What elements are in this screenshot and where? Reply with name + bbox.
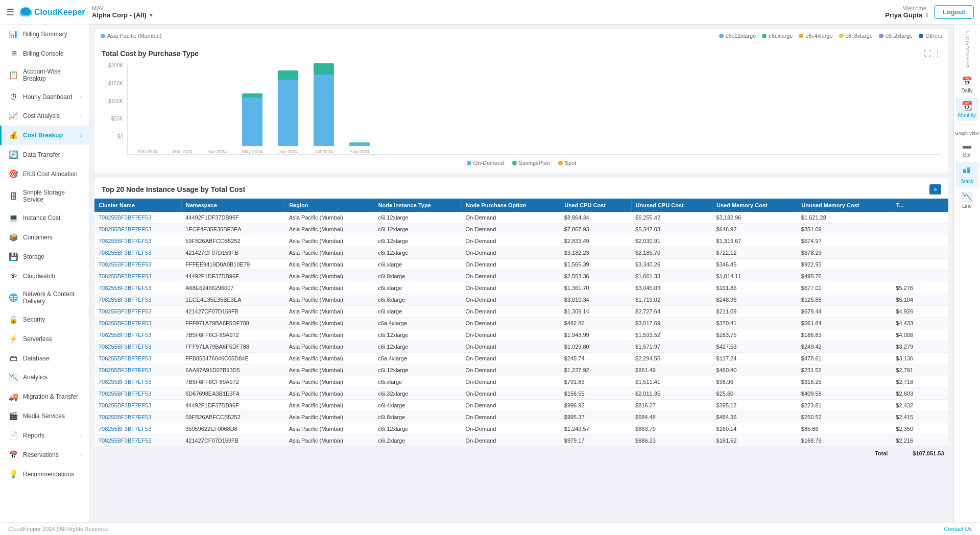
table-cell: $979.17 — [560, 435, 631, 447]
cloudkeeper-logo: CloudKeeper — [18, 5, 85, 19]
table-cell: Asia Pacific (Mumbai) — [285, 353, 374, 364]
sidebar-item-reports[interactable]: 📄 Reports › — [0, 426, 89, 445]
table-cell: On-Demand — [461, 271, 560, 282]
nav-context-sub[interactable]: Alpha Corp - (All) ▼ — [92, 11, 154, 19]
table-footer: Total$107,051.53 — [94, 447, 948, 460]
table-cell: 44492F1DF37DB96F — [181, 271, 284, 282]
sidebar-icon-recommendations: 💡 — [9, 470, 18, 479]
sidebar-item-recommendations[interactable]: 💡 Recommendations — [0, 465, 89, 484]
sidebar-item-analytics[interactable]: 📉 Analytics — [0, 368, 89, 387]
bar-group: Jul-2024 — [314, 63, 334, 154]
sidebar-item-cost-breakup[interactable]: 💰 Cost Breakup › — [0, 126, 89, 145]
daily-granularity-button[interactable]: 📅 Daily — [956, 73, 978, 96]
fullscreen-button[interactable]: ⛶ — [924, 50, 931, 58]
bar-stack — [349, 142, 370, 146]
sidebar-item-eks-cost-allocation[interactable]: 🎯 EKS Cost Allocation — [0, 164, 89, 184]
hamburger-menu[interactable]: ☰ — [6, 7, 14, 18]
line-label: Line — [962, 203, 972, 209]
sidebar-item-network-content-delivery[interactable]: 🌐 Network & Content Delivery — [0, 285, 89, 310]
table-column-header: T... — [892, 199, 948, 212]
table-cell: $3,010.34 — [560, 294, 631, 306]
table-cell: $478.61 — [797, 353, 892, 364]
sidebar-item-hourly-dashboard[interactable]: ⏱ Hourly Dashboard › — [0, 87, 89, 106]
chart-legend-item: SavingsPlan — [512, 160, 550, 166]
sidebar-item-database[interactable]: 🗃 Database — [0, 349, 89, 368]
sidebar-item-reservations[interactable]: 📅 Reservations › — [0, 445, 89, 465]
sidebar-item-security[interactable]: 🔒 Security — [0, 310, 89, 329]
footer-copyright: CloudKeeper 2024 | All Rights Reserved — [8, 526, 109, 532]
table-cell: 421427CF07D159FB — [181, 435, 284, 447]
top-right-legend-item: c6i.2xlarge — [879, 33, 913, 39]
sidebar-icon-database: 🗃 — [9, 354, 18, 362]
table-cell: $2,718 — [892, 376, 948, 388]
sidebar-item-billing-summary[interactable]: 📊 Billing Summary — [0, 25, 89, 44]
table-cell: On-Demand — [461, 411, 560, 423]
table-cell: On-Demand — [461, 341, 560, 353]
sidebar-icon-analytics: 📉 — [9, 373, 18, 382]
monthly-granularity-button[interactable]: 📆 Monthly — [956, 98, 978, 121]
table-scroll[interactable]: Cluster NameNamespaceRegionNode Instance… — [94, 199, 948, 460]
table-column-header: Unused CPU Cost — [631, 199, 712, 212]
table-cell: $2,833.49 — [560, 235, 631, 247]
sidebar-item-cost-analysis[interactable]: 📈 Cost Analysis › — [0, 106, 89, 126]
table-cell: $684.48 — [631, 411, 712, 423]
context-chevron-icon: ▼ — [149, 12, 154, 18]
table-cell: On-Demand — [461, 212, 560, 224]
contact-us-link[interactable]: Contact Us — [944, 526, 972, 532]
table-cell: Asia Pacific (Mumbai) — [285, 259, 374, 271]
table-cell: $1,565.39 — [560, 259, 631, 271]
stack-chart-icon — [962, 165, 972, 178]
table-cell — [892, 271, 948, 282]
sidebar-item-instance-cost[interactable]: 💻 Instance Cost — [0, 208, 89, 228]
table-cell: 7B5F6FF6CF89A972 — [181, 376, 284, 388]
table-cell: $4,433 — [892, 318, 948, 329]
logout-button[interactable]: Logout — [934, 5, 974, 19]
more-options-button[interactable]: ⋮ — [934, 50, 941, 58]
table-cell: $3,017.69 — [631, 318, 712, 329]
sidebar-item-billing-console[interactable]: 🖥 Billing Console — [0, 44, 89, 63]
sidebar-icon-account-wise-breakup: 📋 — [9, 70, 18, 80]
sidebar-icon-eks-cost-allocation: 🎯 — [9, 169, 18, 179]
table-cell: $231.52 — [797, 364, 892, 376]
sidebar-item-storage[interactable]: 💾 Storage — [0, 247, 89, 266]
table-cell: $2,553.36 — [560, 271, 631, 282]
sidebar-label-eks-cost-allocation: EKS Cost Allocation — [23, 171, 82, 178]
sidebar-item-media-services[interactable]: 🎬 Media Services — [0, 406, 89, 426]
table-cell: $2,216 — [892, 435, 948, 447]
table-cell: $495.76 — [797, 271, 892, 282]
sidebar-icon-network-content-delivery: 🌐 — [9, 293, 18, 302]
bar-x-label: May-2024 — [242, 149, 262, 154]
table-cell: Asia Pacific (Mumbai) — [285, 364, 374, 376]
table-cell: $2,011.35 — [631, 388, 712, 400]
table-cell: c6i.xlarge — [374, 376, 461, 388]
sidebar-item-simple-storage-service[interactable]: 🗄 Simple Storage Service — [0, 184, 89, 208]
stack-icon-svg — [962, 165, 972, 175]
sidebar-icon-hourly-dashboard: ⏱ — [9, 92, 18, 101]
table-cell: 44492F1DF37DB96F — [181, 212, 284, 224]
chart-content: Feb-2024Mar-2024Apr-2024 May-2024 Jun-20… — [127, 63, 941, 155]
expand-table-button[interactable]: » — [929, 184, 941, 194]
table-cell: $922.93 — [797, 259, 892, 271]
bar-x-label: Apr-2024 — [208, 149, 227, 154]
table-cell: c6i.12xlarge — [374, 341, 461, 353]
sidebar-item-cloudwatch[interactable]: 👁 Cloudwatch — [0, 266, 89, 285]
cluster-name-cell: 708255BF3BF7EF53 — [94, 235, 181, 247]
sidebar-item-migration-transfer[interactable]: 🚚 Migration & Transfer — [0, 387, 89, 406]
line-chart-button[interactable]: 📉 Line — [956, 188, 978, 212]
stack-chart-button[interactable]: Stack — [956, 162, 978, 187]
bar-chart-button[interactable]: ▬ Bar — [956, 138, 978, 161]
table-cell: $7,867.93 — [560, 224, 631, 235]
sidebar-item-serverless[interactable]: ⚡ Serverless — [0, 329, 89, 349]
svg-rect-7 — [967, 167, 970, 169]
table-cell: 421427CF07D159FB — [181, 306, 284, 318]
on-demand-bar — [278, 80, 298, 146]
table-cell: Asia Pacific (Mumbai) — [285, 318, 374, 329]
sidebar-icon-media-services: 🎬 — [9, 411, 18, 421]
table-cell: c6i.xlarge — [374, 306, 461, 318]
sidebar-item-account-wise-breakup[interactable]: 📋 Account-Wise Breakup — [0, 63, 89, 87]
sidebar-label-serverless: Serverless — [23, 335, 82, 343]
sidebar-item-containers[interactable]: 📦 Containers — [0, 228, 89, 247]
bar-stack — [278, 70, 298, 146]
top-chart-legend: Asia Pacific (Mumbai) — [101, 33, 161, 39]
sidebar-item-data-transfer[interactable]: 🔄 Data Transfer — [0, 145, 89, 164]
